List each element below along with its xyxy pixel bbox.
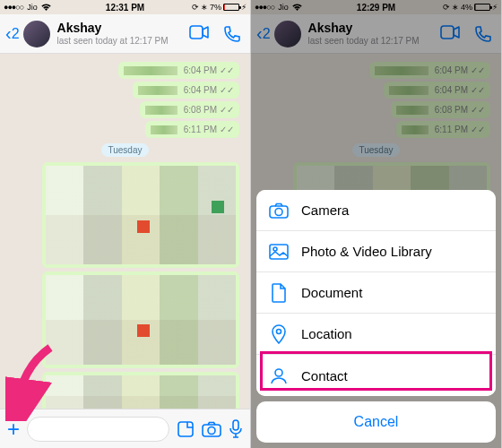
cancel-label: Cancel [354, 414, 399, 430]
contact-name: Akshay [57, 22, 169, 35]
sheet-item-document[interactable]: Document [256, 272, 496, 314]
back-button[interactable]: ‹ 2 [5, 23, 20, 44]
battery-percent: 7% [210, 3, 221, 12]
rotation-lock-icon: ⟳ [192, 3, 199, 12]
wifi-icon [41, 4, 51, 12]
camera-icon [269, 202, 289, 219]
nav-bar: ‹ 2 Akshay last seen today at 12:17 PM [0, 14, 250, 54]
chat-scroll[interactable]: 6:04 PM ✓✓ 6:04 PM ✓✓ 6:08 PM ✓✓ 6:11 PM… [0, 54, 250, 409]
signal-dots-icon: ●●●○○ [4, 3, 23, 12]
contact-status: last seen today at 12:17 PM [57, 36, 169, 46]
sheet-item-contact[interactable]: Contact [256, 355, 496, 396]
svg-rect-8 [270, 245, 288, 259]
image-message[interactable] [42, 162, 239, 268]
battery-icon [223, 4, 239, 11]
svg-point-3 [208, 426, 215, 434]
action-sheet-group: Camera Photo & Video Library Document Lo… [256, 190, 496, 396]
chevron-left-icon: ‹ [5, 23, 12, 44]
contact-avatar[interactable] [23, 21, 50, 47]
sheet-cancel-button[interactable]: Cancel [256, 401, 496, 443]
contact-title-area[interactable]: Akshay last seen today at 12:17 PM [57, 22, 169, 45]
svg-point-9 [273, 247, 277, 251]
sheet-label: Photo & Video Library [301, 244, 432, 259]
attachment-action-sheet: Camera Photo & Video Library Document Lo… [256, 190, 496, 443]
document-icon [269, 283, 289, 303]
back-count: 2 [12, 26, 20, 42]
camera-button[interactable] [202, 421, 221, 437]
input-toolbar: + [0, 409, 250, 448]
sheet-label: Location [301, 326, 352, 341]
sheet-label: Document [301, 285, 362, 300]
clock-label: 12:31 PM [106, 3, 144, 13]
contact-icon [269, 366, 289, 384]
gallery-icon [269, 244, 289, 260]
double-check-icon: ✓✓ [220, 125, 234, 134]
svg-rect-1 [178, 422, 193, 436]
charging-icon: ⚡︎ [241, 3, 247, 12]
message-out[interactable]: 6:08 PM ✓✓ [140, 101, 239, 118]
svg-rect-4 [233, 420, 238, 430]
sheet-label: Camera [301, 202, 349, 218]
left-screenshot: ●●●○○ Jio 12:31 PM ⟳ ∗ 7% ⚡︎ ‹ 2 Akshay … [0, 0, 251, 448]
attachment-button[interactable]: + [7, 417, 20, 442]
right-screenshot: ●●●○○ Jio 12:29 PM ⟳ ∗ 4% ⚡︎ ‹ 2 Akshay … [251, 0, 502, 448]
svg-point-11 [275, 369, 282, 376]
sticker-button[interactable] [177, 420, 195, 438]
bluetooth-icon: ∗ [201, 3, 208, 12]
voice-call-button[interactable] [223, 25, 241, 43]
sheet-item-location[interactable]: Location [256, 314, 496, 355]
double-check-icon: ✓✓ [220, 85, 234, 95]
message-out[interactable]: 6:04 PM ✓✓ [133, 82, 239, 99]
image-message[interactable] [42, 271, 239, 368]
double-check-icon: ✓✓ [220, 105, 234, 115]
svg-point-10 [277, 329, 281, 333]
sheet-item-photo-library[interactable]: Photo & Video Library [256, 231, 496, 272]
mic-button[interactable] [229, 419, 243, 439]
svg-point-7 [275, 208, 282, 215]
status-bar: ●●●○○ Jio 12:31 PM ⟳ ∗ 7% ⚡︎ [0, 0, 250, 14]
svg-rect-0 [190, 26, 203, 39]
location-pin-icon [269, 324, 289, 344]
sheet-item-camera[interactable]: Camera [256, 190, 496, 231]
message-out[interactable]: 6:04 PM ✓✓ [118, 62, 239, 79]
message-input[interactable] [27, 417, 169, 442]
day-separator: Tuesday [101, 143, 150, 157]
video-call-button[interactable] [189, 25, 209, 43]
sheet-label: Contact [301, 368, 348, 383]
double-check-icon: ✓✓ [220, 65, 234, 75]
carrier-label: Jio [27, 3, 38, 12]
message-out[interactable]: 6:11 PM ✓✓ [145, 121, 239, 138]
